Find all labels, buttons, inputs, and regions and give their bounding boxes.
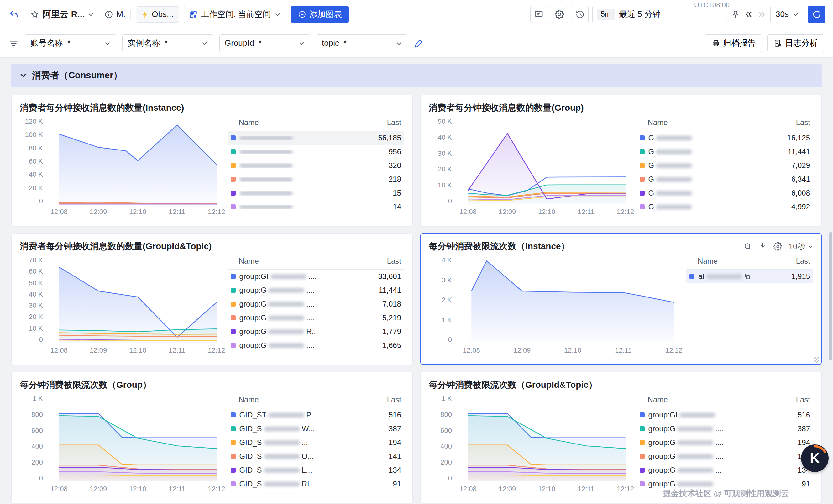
panels-grid: 消费者每分钟接收消息数的数量(Instance) 120 K100 (11, 95, 822, 503)
legend-row[interactable]: group:G...134 (637, 463, 813, 477)
legend-row[interactable]: 14 (228, 200, 404, 214)
legend-row[interactable]: 956 (228, 145, 404, 159)
legend-row[interactable]: group:GI....516 (637, 408, 813, 422)
series-last-value: 16,125 (787, 134, 810, 142)
x-axis: 12:0812:0912:1012:1112:12 (456, 482, 631, 494)
printer-icon (712, 39, 720, 47)
chart-plot[interactable] (47, 256, 222, 344)
download-icon[interactable] (758, 242, 767, 251)
back-icon[interactable] (7, 6, 20, 23)
duration-badge: 5m (597, 9, 615, 20)
x-axis: 12:0812:0912:1012:1112:12 (456, 344, 681, 355)
legend-row[interactable]: G6,008 (637, 186, 813, 200)
chart-plot[interactable] (456, 256, 681, 344)
series-last-value: 14 (393, 202, 401, 211)
series-color-swatch (640, 481, 645, 486)
refresh-button[interactable] (808, 6, 826, 23)
legend-row[interactable]: GID_SL...134 (228, 463, 404, 477)
legend-rows: group:GI....516group:G....387group:G....… (637, 408, 813, 494)
legend-row[interactable]: GID_SRI...91 (228, 477, 404, 491)
zoom-icon[interactable] (743, 242, 752, 251)
workspace-select[interactable]: 工作空间: 当前空间 (184, 6, 286, 23)
series-last-value: 134 (388, 466, 401, 475)
add-chart-button[interactable]: 添加图表 (291, 6, 349, 23)
pin-icon[interactable] (731, 10, 740, 19)
copy-icon[interactable] (744, 273, 751, 280)
legend-row[interactable]: group:G....141 (637, 450, 813, 463)
info-group[interactable]: M. (104, 9, 125, 19)
legend-row[interactable]: 56,185 (228, 131, 404, 145)
resize-handle[interactable] (814, 357, 820, 363)
scrollbar-thumb[interactable] (829, 232, 832, 360)
legend-row[interactable]: GID_SW...387 (228, 422, 404, 436)
archive-report-button[interactable]: 归档报告 (705, 34, 762, 52)
legend-row[interactable]: G4,992 (637, 200, 813, 214)
filter-icon[interactable] (9, 38, 19, 48)
legend-row[interactable]: G11,441 (637, 145, 813, 159)
obs-badge[interactable]: Obs... (136, 6, 178, 23)
section-collapse-icon[interactable] (19, 72, 27, 79)
filter-instance-name[interactable]: 实例名称 * (122, 34, 213, 52)
legend-row[interactable]: GID_CE...66 (228, 491, 404, 494)
settings-button[interactable] (551, 6, 568, 23)
legend-row[interactable]: group:G....387 (637, 422, 813, 436)
legend-row[interactable]: group:GI...1,553 (228, 352, 404, 355)
dashboard-title-group[interactable]: 阿里云 R... (30, 8, 94, 20)
y-tick-label: 1 K (442, 394, 452, 403)
series-color-swatch (231, 205, 236, 209)
chart-plot[interactable] (47, 394, 222, 482)
refresh-interval-select[interactable]: 30s (770, 6, 804, 23)
legend-row[interactable]: group:G....5,219 (228, 311, 404, 325)
log-analysis-button[interactable]: 日志分析 (767, 34, 824, 52)
chart-panel: 消费者每分钟接收消息数的数量(GroupId&Topic) 70 K (11, 233, 413, 365)
legend-row[interactable]: 15 (228, 186, 404, 200)
panel-settings-icon[interactable] (774, 242, 782, 251)
legend-row[interactable]: group:GI....33,601 (228, 269, 404, 283)
star-icon[interactable] (30, 10, 39, 19)
redacted-name (656, 163, 692, 168)
interval-select[interactable]: 10秒 (788, 241, 813, 252)
juejin-logo[interactable]: K (801, 445, 829, 472)
series-color-swatch (231, 467, 236, 473)
chart-plot[interactable] (456, 117, 631, 205)
fast-backward-icon[interactable] (744, 10, 754, 19)
legend-row[interactable]: group:G....194 (637, 436, 813, 450)
x-tick-label: 12:08 (459, 485, 477, 493)
legend-row[interactable]: GID_SO...141 (228, 450, 404, 463)
legend-row[interactable]: group:GR...1,779 (228, 325, 404, 338)
y-tick-label: 0 (448, 197, 452, 205)
legend-row[interactable]: GID_STOCK-CALCULATE-W...4,311 (637, 214, 813, 217)
chart-plot[interactable] (47, 117, 222, 205)
legend-row[interactable]: GID_STP...516 (228, 408, 404, 422)
redacted-name (264, 427, 300, 431)
filter-group-id[interactable]: GroupId * (219, 34, 310, 52)
legend-row[interactable]: G6,341 (637, 172, 813, 186)
legend-row[interactable]: al1,915 (686, 269, 813, 283)
series-name (239, 136, 375, 140)
legend-row[interactable]: group:G....11,441 (228, 283, 404, 297)
series-name: G (648, 161, 788, 170)
legend-row[interactable]: group:G....1,665 (228, 338, 404, 352)
y-axis: 70 K60 K50 K40 K30 K20 K10 K0 (20, 256, 47, 344)
legend-row[interactable]: 320 (228, 159, 404, 172)
filter-label: topic (322, 38, 339, 48)
refresh-interval-label: 30s (776, 9, 789, 19)
series-color-swatch (640, 136, 645, 140)
legend-header: Name Last (228, 256, 404, 269)
panel-body: 70 K60 K50 K40 K30 K20 K10 K0 12:0812:09… (20, 256, 404, 355)
filter-account-name[interactable]: 账号名称 * (25, 34, 116, 52)
legend-row[interactable]: 218 (228, 172, 404, 186)
fast-forward-icon[interactable] (757, 10, 766, 19)
section-consumer[interactable]: 消费者（Consumer） (11, 64, 822, 87)
legend-row[interactable]: group:G....7,018 (228, 297, 404, 311)
filter-topic[interactable]: topic * (316, 34, 407, 52)
legend-row[interactable]: G7,029 (637, 159, 813, 172)
redacted-name (239, 163, 293, 168)
legend-row[interactable]: G16,125 (637, 131, 813, 145)
presentation-button[interactable] (530, 6, 547, 23)
edit-pencil-icon[interactable] (414, 38, 424, 48)
legend-row[interactable]: GID_S...194 (228, 436, 404, 450)
chart-plot[interactable] (456, 394, 631, 482)
series-last-value: 66 (802, 493, 810, 494)
history-button[interactable] (572, 6, 589, 23)
